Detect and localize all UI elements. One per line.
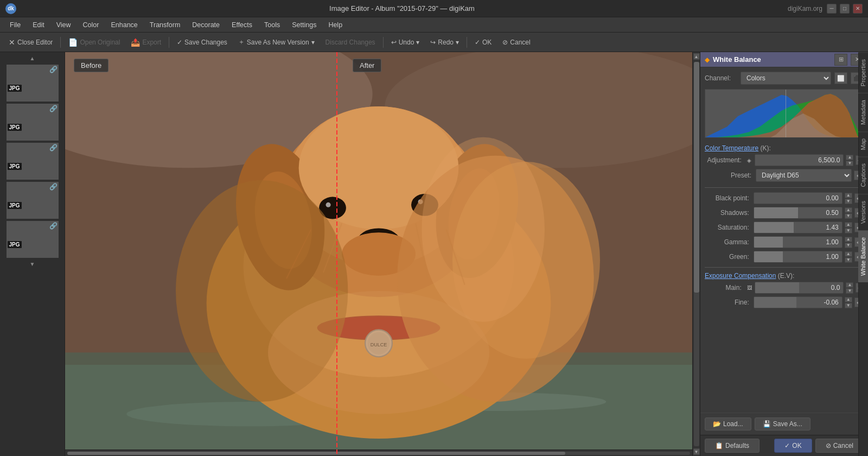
channel-row: Channel: Colors Luminosity Red Green Blu… bbox=[705, 72, 864, 85]
gamma-spin-down[interactable]: ▼ bbox=[845, 243, 852, 248]
menu-color[interactable]: Color bbox=[78, 20, 105, 30]
undo-button[interactable]: ↩ Undo ▾ bbox=[387, 36, 424, 48]
color-temp-link[interactable]: Color Temperature bbox=[705, 144, 758, 152]
load-button[interactable]: 📂 Load... bbox=[705, 417, 751, 430]
svg-point-39 bbox=[422, 137, 545, 322]
main-exposure-spin-up[interactable]: ▲ bbox=[846, 282, 853, 288]
adjustment-spin-down[interactable]: ▼ bbox=[846, 161, 853, 166]
menu-view[interactable]: View bbox=[51, 20, 76, 30]
window-title: Image Editor - Album "2015-07-29" — digi… bbox=[16, 4, 788, 12]
after-label: After bbox=[353, 59, 381, 72]
dropdown-arrow: ▾ bbox=[311, 39, 315, 46]
thumbnail-item-5[interactable]: 🔗 JPG bbox=[7, 221, 59, 258]
channel-select[interactable]: Colors Luminosity Red Green Blue bbox=[741, 72, 831, 85]
adjustment-input[interactable] bbox=[755, 154, 844, 166]
green-input[interactable] bbox=[754, 251, 843, 263]
image-vertical-scrollbar[interactable]: ▲ ▼ bbox=[692, 52, 700, 456]
menu-file[interactable]: File bbox=[4, 20, 26, 30]
vscroll-down-btn[interactable]: ▼ bbox=[693, 448, 700, 455]
side-tab-map[interactable]: Map bbox=[858, 131, 869, 156]
fine-exposure-input[interactable] bbox=[754, 296, 843, 308]
thumb-scroll-down[interactable]: ▼ bbox=[30, 260, 35, 268]
minimize-button[interactable]: ─ bbox=[827, 4, 837, 14]
fine-exposure-spin: ▲ ▼ bbox=[845, 297, 852, 308]
channel-btn-1[interactable]: ⬜ bbox=[834, 72, 847, 84]
black-point-input[interactable] bbox=[754, 192, 843, 204]
black-point-spin-down[interactable]: ▼ bbox=[845, 199, 852, 204]
close-editor-button[interactable]: ✕ Close Editor bbox=[4, 36, 57, 49]
save-changes-button[interactable]: ✓ Save Changes bbox=[173, 36, 232, 48]
green-spin-down[interactable]: ▼ bbox=[845, 257, 852, 263]
side-tab-properties[interactable]: Properties bbox=[858, 52, 869, 93]
ok-button[interactable]: ✓ OK bbox=[470, 36, 496, 48]
adjustment-spin-up[interactable]: ▲ bbox=[846, 155, 853, 160]
side-tab-white-balance[interactable]: White Balance bbox=[858, 230, 869, 282]
side-tab-captions[interactable]: Captions bbox=[858, 156, 869, 193]
menu-settings[interactable]: Settings bbox=[286, 20, 322, 30]
thumb-label-2: JPG bbox=[8, 124, 22, 131]
green-spin-up[interactable]: ▲ bbox=[845, 251, 852, 257]
thumbnail-item-3[interactable]: 🔗 JPG bbox=[7, 143, 59, 180]
menu-enhance[interactable]: Enhance bbox=[105, 20, 143, 30]
gamma-input[interactable] bbox=[754, 236, 843, 248]
image-horizontal-scrollbar[interactable] bbox=[65, 449, 692, 456]
menu-edit[interactable]: Edit bbox=[27, 20, 50, 30]
shadows-input[interactable] bbox=[754, 207, 843, 219]
wb-panel-title: White Balance bbox=[713, 55, 831, 64]
close-button[interactable]: ✕ bbox=[853, 4, 863, 14]
before-after-divider[interactable] bbox=[336, 52, 337, 456]
save-as-new-button[interactable]: ＋ Save As New Version ▾ bbox=[234, 35, 319, 49]
defaults-button[interactable]: 📋 Defaults bbox=[705, 439, 760, 453]
preset-select[interactable]: Daylight D65 Shade Cloudy Fluorescent Tu… bbox=[756, 169, 852, 182]
main-exposure-icon: 🖼 bbox=[746, 283, 753, 292]
cancel-button[interactable]: ⊘ Cancel bbox=[498, 36, 534, 48]
thumb-scroll-up[interactable]: ▲ bbox=[30, 54, 35, 62]
saturation-spin-up[interactable]: ▲ bbox=[845, 222, 852, 227]
fine-exposure-spin-down[interactable]: ▼ bbox=[845, 303, 852, 308]
white-balance-panel: ◆ White Balance ⊞ ✕ Channel: Colors Lumi… bbox=[700, 52, 868, 456]
maximize-button[interactable]: □ bbox=[840, 4, 850, 14]
open-original-button[interactable]: 📄 Open Original bbox=[64, 36, 124, 49]
saturation-input[interactable] bbox=[754, 221, 843, 233]
preset-row: Preset: Daylight D65 Shade Cloudy Fluore… bbox=[705, 169, 864, 182]
panel-separator-2 bbox=[705, 267, 864, 268]
side-tab-versions[interactable]: Versions bbox=[858, 194, 869, 230]
redo-button[interactable]: ↪ Redo ▾ bbox=[426, 36, 463, 48]
thumbnail-item-2[interactable]: 🔗 JPG bbox=[7, 104, 59, 141]
before-label: Before bbox=[74, 59, 108, 72]
black-point-row: Black point: ▲ ▼ ↩ bbox=[705, 192, 864, 204]
saturation-spin-down[interactable]: ▼ bbox=[845, 228, 852, 233]
right-panel: ◆ White Balance ⊞ ✕ Channel: Colors Lumi… bbox=[700, 52, 868, 456]
side-tab-metadata[interactable]: Metadata bbox=[858, 93, 869, 131]
menu-transform[interactable]: Transform bbox=[144, 20, 186, 30]
final-cancel-button[interactable]: ⊘ Cancel bbox=[815, 439, 864, 453]
export-button[interactable]: 📤 Export bbox=[126, 36, 165, 49]
thumb-link-icon-3: 🔗 bbox=[49, 144, 58, 151]
vscroll-up-btn[interactable]: ▲ bbox=[693, 53, 700, 60]
final-footer: 📋 Defaults ✓ OK ⊘ Cancel bbox=[700, 435, 868, 456]
exposure-link[interactable]: Exposure Compensation bbox=[705, 272, 776, 280]
shadows-spin-down[interactable]: ▼ bbox=[845, 213, 852, 219]
black-point-label: Black point: bbox=[705, 194, 751, 202]
menu-tools[interactable]: Tools bbox=[259, 20, 285, 30]
thumbnail-item-1[interactable]: 🔗 JPG bbox=[7, 65, 59, 102]
discard-changes-button[interactable]: Discard Changes bbox=[321, 36, 380, 48]
adjustment-spin: ▲ ▼ bbox=[846, 155, 853, 166]
menu-effects[interactable]: Effects bbox=[226, 20, 258, 30]
thumb-link-icon-2: 🔗 bbox=[49, 105, 58, 112]
main-exposure-spin-down[interactable]: ▼ bbox=[846, 288, 853, 294]
thumbnail-panel: ▲ 🔗 JPG 🔗 JPG 🔗 JPG 🔗 JPG 🔗 JPG ▼ bbox=[0, 52, 65, 456]
main-exposure-input[interactable] bbox=[755, 282, 844, 294]
final-ok-button[interactable]: ✓ OK bbox=[774, 439, 812, 453]
cancel-icon: ⊘ bbox=[502, 39, 508, 46]
thumb-label-4: JPG bbox=[8, 202, 22, 209]
menu-help[interactable]: Help bbox=[323, 20, 348, 30]
shadows-spin-up[interactable]: ▲ bbox=[845, 207, 852, 213]
save-as-button[interactable]: 💾 Save As... bbox=[755, 417, 810, 430]
wb-header-btn-1[interactable]: ⊞ bbox=[834, 54, 847, 66]
fine-exposure-spin-up[interactable]: ▲ bbox=[845, 297, 852, 302]
thumbnail-item-4[interactable]: 🔗 JPG bbox=[7, 182, 59, 219]
menu-decorate[interactable]: Decorate bbox=[187, 20, 225, 30]
black-point-spin-up[interactable]: ▲ bbox=[845, 193, 852, 198]
gamma-spin-up[interactable]: ▲ bbox=[845, 237, 852, 242]
